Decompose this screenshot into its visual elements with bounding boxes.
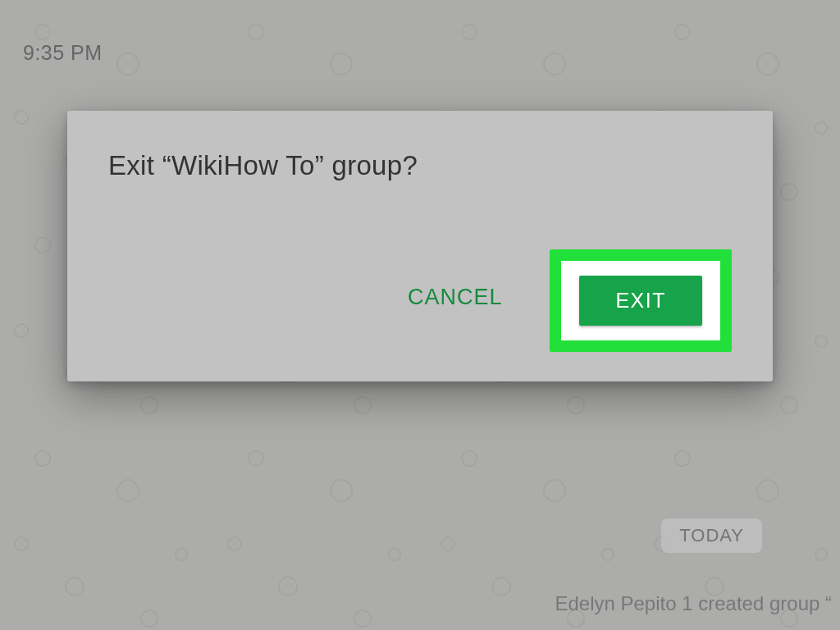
cancel-button[interactable]: CANCEL bbox=[390, 273, 521, 322]
dialog-title: Exit “WikiHow To” group? bbox=[108, 150, 732, 181]
exit-button[interactable]: EXIT bbox=[579, 276, 702, 326]
exit-highlight-box: EXIT bbox=[550, 249, 732, 352]
exit-highlight-inner: EXIT bbox=[561, 261, 720, 340]
exit-group-dialog: Exit “WikiHow To” group? CANCEL EXIT bbox=[67, 111, 773, 381]
dialog-actions: CANCEL EXIT bbox=[108, 249, 732, 357]
